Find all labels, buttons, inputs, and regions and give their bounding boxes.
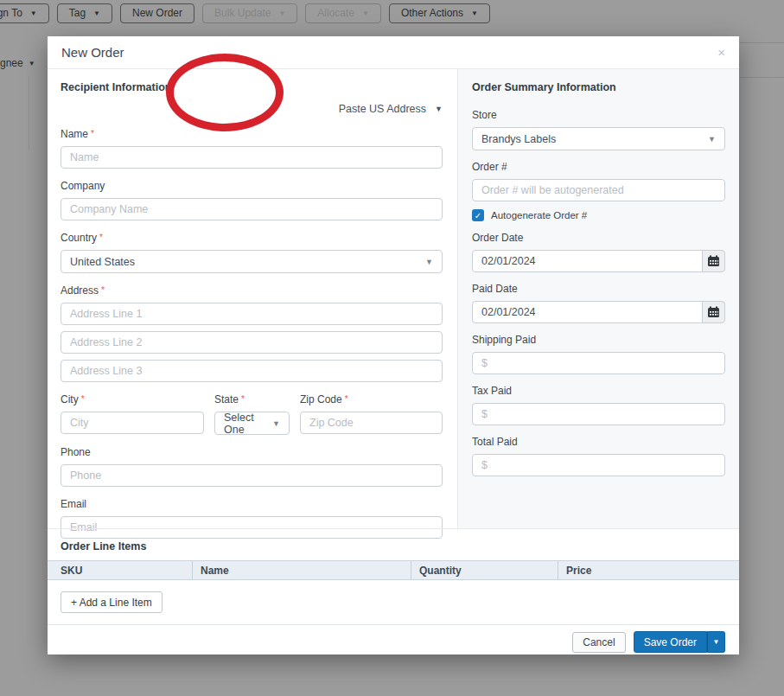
allocate-button[interactable]: Allocate ▼ (305, 3, 381, 23)
column-header-quantity: Quantity (411, 561, 558, 579)
shipping-paid-label: Shipping Paid (472, 334, 725, 346)
address-line1-input[interactable] (61, 303, 443, 325)
chevron-down-icon: ▼ (272, 419, 280, 428)
address-line3-input[interactable] (61, 360, 443, 382)
order-number-label: Order # (472, 161, 725, 173)
consignee-partial-label: gnee (0, 57, 23, 69)
background-row-divider (740, 42, 784, 43)
shipping-paid-input[interactable] (472, 352, 725, 374)
city-state-zip-row: City* State* Select One ▼ Zip Code* (61, 393, 443, 435)
tax-paid-group: Tax Paid (472, 385, 725, 425)
other-actions-button[interactable]: Other Actions ▼ (389, 3, 490, 23)
bulk-update-button[interactable]: Bulk Update ▼ (202, 3, 297, 23)
order-date-input[interactable] (472, 250, 703, 272)
modal-header: New Order × (48, 36, 739, 69)
allocate-label: Allocate (317, 7, 354, 19)
country-value: United States (70, 256, 135, 268)
order-date-calendar-button[interactable] (702, 250, 725, 272)
column-header-price: Price (558, 561, 739, 579)
chevron-down-icon: ▼ (93, 10, 100, 17)
shipping-paid-group: Shipping Paid (472, 334, 725, 374)
close-icon[interactable]: × (717, 46, 725, 59)
chevron-down-icon: ▼ (425, 258, 433, 266)
required-asterisk: * (345, 394, 348, 404)
column-header-name: Name (192, 561, 411, 579)
modal-body: Recipient Information Paste US Address ▼… (48, 69, 739, 528)
total-paid-label: Total Paid (472, 436, 725, 448)
order-summary-section: Order Summary Information Store Brandys … (457, 69, 739, 528)
country-select[interactable]: United States ▼ (61, 250, 443, 273)
new-order-label: New Order (132, 7, 182, 19)
phone-label: Phone (61, 446, 443, 458)
recipient-heading: Recipient Information (61, 81, 443, 93)
autogenerate-checkbox[interactable]: ✓ (472, 209, 484, 221)
address-group: Address* (61, 284, 443, 382)
assign-to-button[interactable]: ssign To ▼ (0, 3, 49, 23)
total-paid-input[interactable] (472, 454, 725, 476)
tax-paid-label: Tax Paid (472, 385, 725, 397)
state-group: State* Select One ▼ (214, 393, 290, 435)
add-line-item-button[interactable]: + Add a Line Item (61, 591, 163, 613)
order-line-items-heading: Order Line Items (61, 540, 726, 552)
paid-date-calendar-button[interactable] (702, 301, 725, 323)
order-date-label: Order Date (472, 232, 725, 244)
city-input[interactable] (61, 412, 204, 434)
column-header-sku: SKU (48, 561, 192, 579)
paid-date-input[interactable] (472, 301, 703, 323)
save-order-button[interactable]: Save Order (634, 631, 707, 653)
order-number-input[interactable] (472, 179, 725, 201)
new-order-button[interactable]: New Order (120, 3, 194, 23)
line-items-table-header: SKU Name Quantity Price (48, 560, 739, 580)
chevron-down-icon: ▼ (30, 10, 37, 17)
chevron-down-icon: ▼ (278, 10, 285, 17)
new-order-modal: New Order × Recipient Information Paste … (48, 36, 739, 654)
state-value: Select One (224, 412, 272, 436)
background-column-divider (29, 76, 29, 150)
cancel-button[interactable]: Cancel (572, 632, 625, 653)
address-line2-input[interactable] (61, 331, 443, 354)
store-select[interactable]: Brandys Labels ▼ (472, 127, 725, 150)
order-summary-heading: Order Summary Information (472, 81, 725, 93)
background-toolbar: ssign To ▼ Tag ▼ New Order Bulk Update ▼… (0, 3, 784, 23)
paste-us-address-dropdown[interactable]: Paste US Address ▼ (339, 103, 443, 115)
required-asterisk: * (99, 233, 103, 242)
email-label: Email (61, 498, 443, 510)
background-consignee-filter: gnee ▼ (0, 57, 35, 69)
paid-date-field (472, 301, 725, 323)
phone-group: Phone (61, 446, 443, 487)
total-paid-group: Total Paid (472, 436, 725, 476)
city-label: City* (61, 393, 204, 405)
state-select[interactable]: Select One ▼ (214, 412, 290, 435)
order-date-field (472, 250, 725, 272)
other-actions-label: Other Actions (401, 7, 463, 19)
company-label: Company (61, 180, 443, 192)
chevron-down-icon: ▼ (471, 10, 478, 17)
company-group: Company (61, 180, 443, 220)
assign-to-label: ssign To (0, 7, 22, 19)
check-icon: ✓ (475, 211, 481, 220)
chevron-down-icon: ▼ (708, 135, 716, 144)
tax-paid-input[interactable] (472, 403, 725, 425)
required-asterisk: * (81, 394, 85, 404)
chevron-down-icon: ▼ (29, 60, 35, 67)
zip-input[interactable] (300, 412, 443, 434)
chevron-down-icon: ▼ (435, 105, 443, 113)
store-label: Store (472, 109, 725, 121)
autogenerate-row: ✓ Autogenerate Order # (472, 209, 725, 221)
calendar-icon (707, 255, 720, 267)
name-input[interactable] (61, 146, 443, 169)
phone-input[interactable] (61, 464, 443, 487)
name-label: Name* (61, 128, 443, 140)
country-group: Country* United States ▼ (61, 232, 443, 273)
required-asterisk: * (241, 394, 245, 404)
name-group: Name* (61, 128, 443, 169)
save-order-dropdown-button[interactable]: ▼ (707, 631, 725, 653)
store-value: Brandys Labels (481, 133, 556, 145)
company-input[interactable] (61, 198, 443, 220)
required-asterisk: * (91, 129, 94, 138)
country-label: Country* (61, 232, 443, 244)
tag-button[interactable]: Tag ▼ (57, 3, 112, 23)
order-number-group: Order # ✓ Autogenerate Order # (472, 161, 725, 221)
paste-us-address-label: Paste US Address (339, 103, 426, 115)
store-group: Store Brandys Labels ▼ (472, 109, 725, 150)
